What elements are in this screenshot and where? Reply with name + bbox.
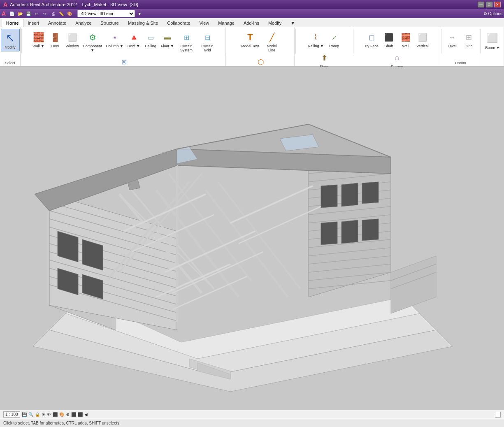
status-icon-lock[interactable]: 🔒	[35, 412, 40, 417]
status-icon-render[interactable]: 🎨	[59, 412, 64, 417]
ceiling-button[interactable]: ▭ Ceiling	[142, 30, 159, 50]
room-button[interactable]: ⬜ Room ▼	[483, 30, 502, 51]
tab-modify[interactable]: Modify	[264, 19, 286, 27]
roof-button[interactable]: 🔺 Roof ▼	[125, 30, 142, 50]
tab-more[interactable]: ▼	[286, 19, 300, 27]
level-button[interactable]: ↔ Level	[444, 30, 460, 50]
shaft-button[interactable]: ⬛ Shaft	[381, 30, 397, 50]
wall-button[interactable]: 🧱 Wall ▼	[30, 30, 47, 50]
status-icon-save[interactable]: 💾	[22, 412, 27, 417]
column-label: Column ▼	[106, 44, 123, 49]
vertical-button[interactable]: ⬜ Vertical	[414, 30, 431, 50]
status-icon-eye[interactable]: 👁	[47, 412, 51, 417]
tab-insert[interactable]: Insert	[23, 19, 44, 27]
column-icon: ▪	[108, 31, 121, 44]
minimize-button[interactable]: —	[478, 2, 484, 7]
tab-massing[interactable]: Massing & Site	[123, 19, 163, 27]
status-icon-settings[interactable]: ⚙	[66, 412, 70, 417]
by-face-button[interactable]: ◻ By Face	[363, 30, 380, 50]
svg-marker-49	[321, 185, 337, 208]
maximize-button[interactable]: □	[486, 2, 492, 7]
svg-marker-53	[341, 220, 358, 244]
wall-opening-button[interactable]: 🧱 Wall	[397, 30, 414, 50]
floor-icon: ▬	[161, 31, 174, 44]
ribbon-group-room: ⬜ Room ▼	[481, 27, 504, 66]
tab-manage[interactable]: Manage	[214, 19, 239, 27]
railing-label: Railing ▼	[308, 44, 324, 49]
app-icon: A	[2, 10, 6, 17]
grid-button[interactable]: ⊞ Grid	[461, 30, 477, 50]
model-text-button[interactable]: T Model Text	[239, 30, 260, 50]
ribbon-group-select: ↖ Modify Select	[0, 27, 21, 66]
app-title: Autodesk Revit Architecture 2012 -	[10, 2, 79, 7]
viewport[interactable]	[0, 67, 504, 410]
component-label: Component ▼	[83, 44, 102, 53]
infobar: Click to select, TAB for alternates, CTR…	[0, 419, 504, 427]
qa-measure[interactable]: 📏	[58, 10, 65, 17]
roof-label: Roof ▼	[128, 44, 140, 49]
ceiling-label: Ceiling	[145, 44, 156, 49]
curtain-system-button[interactable]: ⊞ Curtain System	[176, 30, 197, 54]
column-button[interactable]: ▪ Column ▼	[105, 30, 125, 50]
tab-structure[interactable]: Structure	[96, 19, 123, 27]
curtain-grid-button[interactable]: ⊟ Curtain Grid	[197, 30, 218, 54]
ribbon-group-opening: ◻ By Face ⬛ Shaft 🧱 Wall ⬜ Vertical ⌂ Do…	[354, 27, 440, 66]
view-selector[interactable]: 4D View : 3D вид	[77, 10, 135, 17]
grid-icon: ⊞	[462, 31, 476, 44]
tab-collaborate[interactable]: Collaborate	[163, 19, 195, 27]
status-icon-nav[interactable]: ⬛	[78, 412, 83, 417]
door-button[interactable]: 🚪 Door	[47, 30, 64, 50]
status-icon-arrows[interactable]: ⬛	[71, 412, 76, 417]
wall-opening-icon: 🧱	[399, 31, 412, 44]
qa-undo[interactable]: ↩	[33, 10, 40, 17]
floor-button[interactable]: ▬ Floor ▼	[159, 30, 176, 50]
railing-button[interactable]: ⌇ Railing ▼	[306, 30, 325, 50]
qa-save[interactable]: 💾	[25, 10, 32, 17]
room-label: Room ▼	[485, 46, 499, 50]
status-icon-back[interactable]: ◀	[84, 412, 88, 417]
qa-open[interactable]: 📂	[16, 10, 24, 17]
qa-print[interactable]: 🖨	[49, 10, 57, 17]
statusbar-right	[495, 412, 501, 418]
app-logo: A	[3, 1, 7, 8]
door-icon: 🚪	[49, 31, 62, 44]
qa-dropdown[interactable]: ▼	[136, 10, 143, 17]
ribbon-group-build: 🧱 Wall ▼ 🚪 Door ⬜ Window ⚙ Component ▼ ▪…	[23, 27, 226, 66]
status-icon-sun[interactable]: ☀	[42, 412, 45, 417]
circulation-buttons: ⌇ Railing ▼ ⟋ Ramp ⬆ Stairs	[297, 29, 351, 71]
curtain-grid-icon: ⊟	[201, 31, 214, 44]
status-icon-search[interactable]: 🔍	[28, 412, 33, 417]
window-icon: ⬜	[66, 31, 79, 44]
modify-label: Modify	[5, 46, 16, 50]
options-button[interactable]: ⚙ Options	[483, 12, 502, 16]
tab-analyze[interactable]: Analyze	[71, 19, 96, 27]
component-button[interactable]: ⚙ Component ▼	[81, 30, 104, 54]
qa-render[interactable]: 🎨	[66, 10, 73, 17]
modify-button[interactable]: ↖ Modify	[1, 29, 20, 51]
dormer-icon: ⌂	[390, 51, 404, 65]
ceiling-icon: ▭	[144, 31, 157, 44]
status-icon-layers[interactable]: ⬛	[53, 412, 58, 417]
svg-marker-50	[341, 183, 358, 207]
tab-view[interactable]: View	[195, 19, 214, 27]
close-button[interactable]: ✕	[494, 2, 501, 7]
ramp-button[interactable]: ⟋ Ramp	[326, 30, 342, 50]
select-group-label: Select	[5, 61, 15, 66]
view-resize-handle[interactable]	[495, 412, 501, 418]
shaft-icon: ⬛	[382, 31, 395, 44]
curtain-system-label: Curtain System	[178, 44, 195, 53]
window-button[interactable]: ⬜ Window	[64, 30, 81, 50]
component-icon: ⚙	[86, 31, 99, 44]
titlebar: A Autodesk Revit Architecture 2012 - Lyc…	[0, 0, 504, 9]
tab-annotate[interactable]: Annotate	[44, 19, 71, 27]
tab-addins[interactable]: Add-Ins	[239, 19, 264, 27]
wall-label: Wall ▼	[33, 44, 44, 49]
tab-home[interactable]: Home	[2, 19, 23, 27]
svg-marker-54	[362, 219, 379, 241]
qa-new[interactable]: 📄	[8, 10, 16, 17]
level-icon: ↔	[446, 31, 459, 44]
qa-redo[interactable]: ↪	[41, 10, 49, 17]
window-label: Window	[66, 44, 79, 49]
model-text-label: Model Text	[241, 44, 259, 49]
model-line-button[interactable]: ╱ Model Line	[261, 30, 283, 54]
